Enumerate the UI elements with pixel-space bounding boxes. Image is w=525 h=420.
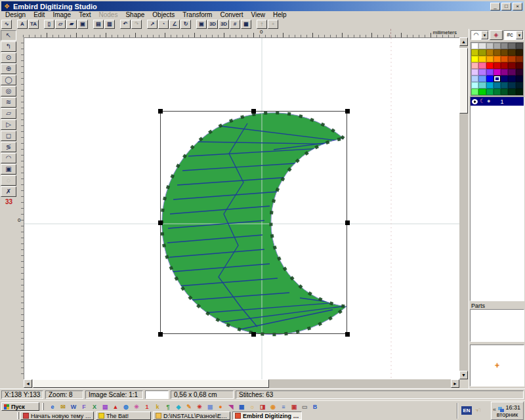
palette-swatch[interactable] — [501, 62, 508, 69]
ql-monitor-icon[interactable]: ▣ — [289, 403, 299, 411]
undo-button[interactable]: ↶ — [120, 20, 131, 29]
ql-books-icon[interactable]: ▤ — [100, 403, 110, 411]
ql-lines-icon[interactable]: ≡ — [278, 403, 289, 411]
center-point-button[interactable]: + — [268, 20, 278, 29]
palette-swatch[interactable] — [508, 62, 515, 69]
new-design-button[interactable]: ▯ — [44, 20, 54, 29]
palette-swatch[interactable] — [494, 49, 501, 56]
ql-photo-icon[interactable]: ▦ — [205, 403, 215, 411]
palette-swatch[interactable] — [516, 49, 523, 56]
tool-fill-shape[interactable]: ◯ — [1, 75, 16, 85]
tool-select[interactable]: ↖ — [1, 30, 16, 41]
palette-swatch[interactable] — [494, 43, 501, 49]
tool-plain-shape[interactable]: ▱ — [1, 108, 16, 119]
copy-button[interactable]: ▤ — [93, 20, 104, 29]
palette-swatch[interactable] — [478, 89, 486, 95]
needle-point-button[interactable]: † — [257, 20, 267, 29]
palette-swatch[interactable] — [508, 75, 515, 82]
hscroll-thumb[interactable] — [33, 379, 269, 388]
ql-mail-icon[interactable]: ✉ — [58, 403, 68, 411]
toolbar-grip[interactable] — [17, 412, 19, 419]
ql-notepad-icon[interactable]: ▭ — [299, 403, 310, 411]
ql-diamond-icon[interactable]: ◆ — [173, 403, 184, 411]
palette-swatch[interactable] — [486, 75, 494, 82]
palette-swatch[interactable] — [508, 49, 515, 56]
menu-objects[interactable]: Objects — [148, 11, 178, 19]
palette-swatch[interactable] — [516, 89, 523, 95]
palette-swatch[interactable] — [508, 56, 515, 62]
tool-zoom[interactable]: ⊙ — [1, 52, 16, 63]
palette-swatch[interactable] — [508, 89, 515, 95]
curve-tool-button[interactable]: ↗ — [147, 20, 158, 29]
palette-swatch[interactable] — [471, 89, 478, 95]
chevron-down-icon[interactable]: ▼ — [516, 31, 523, 39]
palette-swatch[interactable] — [471, 56, 478, 62]
ql-nature-icon[interactable]: ¶ — [163, 403, 173, 411]
palette-swatch[interactable] — [508, 43, 515, 49]
menu-edit[interactable]: Edit — [30, 11, 49, 19]
redo-button[interactable]: ↷ — [131, 20, 142, 29]
import-design-button[interactable]: ▰ — [66, 20, 77, 29]
menu-help[interactable]: Help — [269, 11, 291, 19]
palette-swatch[interactable] — [478, 62, 486, 69]
tool-fill-with-hole[interactable]: ◎ — [1, 86, 16, 96]
palette-swatch[interactable] — [471, 82, 478, 89]
palette-swatch[interactable] — [494, 82, 501, 89]
menu-shape[interactable]: Shape — [121, 11, 148, 19]
ql-ie-icon[interactable]: e — [47, 403, 58, 411]
scroll-right-icon[interactable]: ► — [451, 379, 459, 388]
palette-swatch[interactable] — [486, 62, 494, 69]
ql-sun-icon[interactable]: ☼ — [247, 403, 257, 411]
scroll-left-icon[interactable]: ◄ — [24, 379, 32, 388]
menu-text[interactable]: Text — [75, 11, 94, 19]
scroll-down-icon[interactable]: ▼ — [459, 371, 468, 379]
vertical-scrollbar[interactable]: ▲ ▼ — [459, 37, 468, 379]
palette-swatch[interactable] — [486, 89, 494, 95]
vscroll-thumb[interactable] — [459, 48, 468, 114]
tool-applique[interactable]: ▷ — [1, 119, 16, 130]
palette-swatch[interactable] — [478, 43, 486, 49]
palette-swatch[interactable] — [478, 82, 486, 89]
palette-swatch[interactable] — [471, 49, 478, 56]
object-row-selected[interactable]: ☾ ● 1 — [471, 97, 524, 106]
visibility-eye-icon[interactable] — [472, 99, 478, 104]
task-embird[interactable]: Embird Digitizing Stud... — [232, 411, 302, 420]
restore-button[interactable]: □ — [501, 3, 511, 10]
ql-one-icon[interactable]: 1 — [142, 403, 152, 411]
task-forum[interactable]: Начать новую тему :: В... — [20, 411, 94, 420]
palette-swatch[interactable] — [516, 62, 523, 69]
save-design-button[interactable]: ▣ — [77, 20, 88, 29]
ql-key-icon[interactable]: k — [152, 403, 163, 411]
rotate-button[interactable]: ↻ — [180, 20, 191, 29]
palette-swatch[interactable] — [494, 89, 501, 95]
tool-edit-nodes[interactable]: ↰ — [1, 41, 16, 52]
thread-colors-button[interactable]: # — [230, 20, 240, 29]
palette-swatch[interactable] — [471, 62, 478, 69]
palette-swatch[interactable] — [508, 82, 515, 89]
ql-film-icon[interactable]: ◨ — [257, 403, 268, 411]
density-gauge-button[interactable]: ◔ — [158, 20, 169, 29]
palette-swatch[interactable] — [494, 62, 501, 69]
ql-paint-icon[interactable]: ◥ — [226, 403, 236, 411]
outline-mode-dropdown[interactable]: ◠ ▼ — [471, 30, 489, 40]
palette-swatch[interactable] — [471, 69, 478, 75]
tool-cut[interactable]: ✗ — [1, 186, 16, 197]
hoop-button[interactable]: ▣ — [196, 20, 207, 29]
palette-swatch[interactable] — [494, 75, 501, 82]
tool-outline-shape[interactable]: ◻ — [1, 131, 16, 141]
palette-swatch[interactable] — [486, 56, 494, 62]
palette-swatch[interactable] — [501, 69, 508, 75]
open-design-button[interactable]: ▱ — [55, 20, 66, 29]
lettering-button[interactable]: A — [17, 20, 28, 29]
thread-spool-button[interactable]: ◈ — [490, 30, 503, 40]
palette-swatch[interactable] — [486, 49, 494, 56]
toolbar-grip[interactable] — [42, 403, 44, 410]
palette-swatch[interactable] — [516, 69, 523, 75]
menu-transform[interactable]: Transform — [178, 11, 216, 19]
palette-swatch[interactable] — [486, 43, 494, 49]
menu-convert[interactable]: Convert — [216, 11, 247, 19]
object-list[interactable]: ☾ ● 1 — [470, 96, 524, 301]
menu-view[interactable]: View — [247, 11, 269, 19]
palette-swatch[interactable] — [516, 82, 523, 89]
menu-nodes[interactable]: Nodes — [95, 11, 122, 19]
